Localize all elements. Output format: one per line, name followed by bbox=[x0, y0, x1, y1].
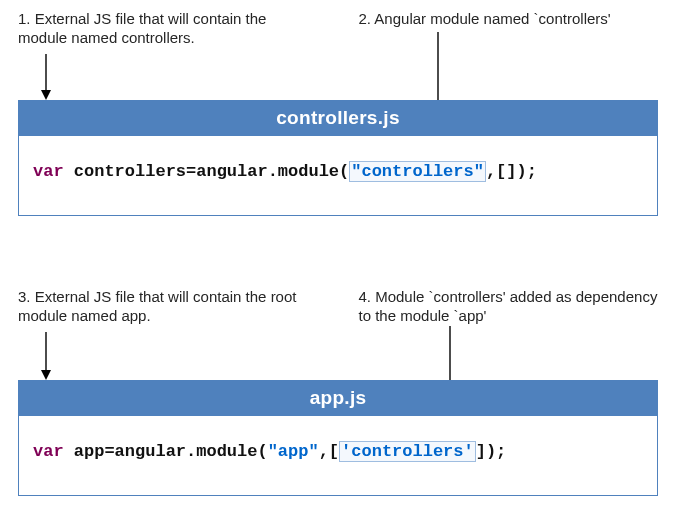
caption-2: 2. Angular module named `controllers' bbox=[359, 10, 660, 48]
code-text: ,[ bbox=[319, 442, 339, 461]
arrow-3 bbox=[36, 330, 56, 382]
top-captions: 1. External JS file that will contain th… bbox=[18, 10, 659, 48]
bottom-captions: 3. External JS file that will contain th… bbox=[18, 288, 659, 326]
code-text: ,[]); bbox=[486, 162, 537, 181]
controllers-card-header: controllers.js bbox=[19, 101, 657, 136]
app-name-string: "app" bbox=[268, 442, 319, 461]
app-card-header: app.js bbox=[19, 381, 657, 416]
keyword-var: var bbox=[33, 162, 64, 181]
controllers-code: var controllers=angular.module("controll… bbox=[19, 136, 657, 215]
code-text: app=angular.module( bbox=[64, 442, 268, 461]
code-text: ]); bbox=[476, 442, 507, 461]
dependency-string: 'controllers' bbox=[339, 441, 476, 462]
code-text: controllers=angular.module( bbox=[64, 162, 350, 181]
keyword-var: var bbox=[33, 442, 64, 461]
caption-1: 1. External JS file that will contain th… bbox=[18, 10, 319, 48]
caption-3: 3. External JS file that will contain th… bbox=[18, 288, 319, 326]
svg-marker-5 bbox=[41, 370, 51, 380]
module-name-string: "controllers" bbox=[349, 161, 486, 182]
app-code: var app=angular.module("app",['controlle… bbox=[19, 416, 657, 495]
app-card: app.js var app=angular.module("app",['co… bbox=[18, 380, 658, 496]
arrow-1 bbox=[36, 52, 56, 102]
caption-4: 4. Module `controllers' added as depende… bbox=[359, 288, 660, 326]
controllers-card: controllers.js var controllers=angular.m… bbox=[18, 100, 658, 216]
svg-marker-1 bbox=[41, 90, 51, 100]
